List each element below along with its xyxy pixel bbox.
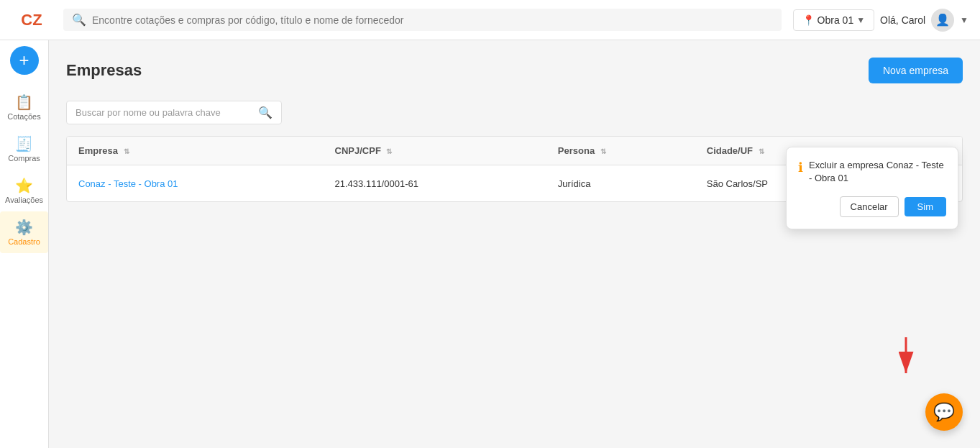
logo-text: CZ xyxy=(21,11,42,29)
search-icon: 🔍 xyxy=(72,13,86,27)
search-input[interactable] xyxy=(92,14,773,26)
pin-icon: 📍 xyxy=(802,14,815,26)
page-header: Empresas Nova empresa xyxy=(66,58,963,83)
cell-cnpj: 21.433.111/0001-61 xyxy=(324,165,546,202)
warning-icon: ℹ xyxy=(798,160,803,175)
sort-icon-empresa: ⇅ xyxy=(124,147,129,155)
chevron-down-icon: ▼ xyxy=(856,15,865,25)
sort-icon-persona: ⇅ xyxy=(600,147,606,155)
add-button[interactable]: + xyxy=(10,46,39,75)
avaliacoes-icon: ⭐ xyxy=(15,177,33,194)
col-empresa[interactable]: Empresa ⇅ xyxy=(67,137,324,165)
logo: CZ xyxy=(12,11,52,29)
chat-bubble[interactable]: 💬 xyxy=(925,393,963,431)
confirm-popup: ℹ Excluir a empresa Conaz - Teste - Obra… xyxy=(786,147,958,229)
sort-icon-cidade: ⇅ xyxy=(759,147,764,155)
cotacoes-icon: 📋 xyxy=(15,93,33,111)
table-search-icon: 🔍 xyxy=(258,106,273,119)
sidebar-item-cadastro[interactable]: ⚙️ Cadastro xyxy=(0,211,48,253)
chevron-down-icon-user: ▼ xyxy=(960,15,968,25)
user-info[interactable]: Olá, Carol 👤 ▼ xyxy=(880,9,968,32)
confirm-popup-text: Excluir a empresa Conaz - Teste - Obra 0… xyxy=(809,159,946,185)
sidebar-item-avaliacoes[interactable]: ⭐ Avaliações xyxy=(0,170,48,211)
sidebar-item-cotacoes[interactable]: 📋 Cotações xyxy=(0,86,48,128)
cell-persona: Jurídica xyxy=(546,165,695,202)
nova-empresa-button[interactable]: Nova empresa xyxy=(869,58,963,83)
sidebar-item-label-avaliacoes: Avaliações xyxy=(5,196,43,204)
search-bar[interactable]: 🔍 xyxy=(63,9,782,31)
navbar: CZ 🔍 📍 Obra 01 ▼ Olá, Carol 👤 ▼ xyxy=(0,0,980,40)
col-persona[interactable]: Persona ⇅ xyxy=(546,137,695,165)
cadastro-icon: ⚙️ xyxy=(15,219,33,236)
obra-selector[interactable]: 📍 Obra 01 ▼ xyxy=(793,9,874,31)
sidebar-item-label-cotacoes: Cotações xyxy=(7,112,40,121)
chat-icon: 💬 xyxy=(933,402,955,422)
page-title: Empresas xyxy=(66,61,142,80)
sidebar: + 📋 Cotações 🧾 Compras ⭐ Avaliações ⚙️ C… xyxy=(0,40,49,448)
sort-icon-cnpj: ⇅ xyxy=(386,147,392,155)
sidebar-item-label-cadastro: Cadastro xyxy=(8,237,40,246)
table-search-input[interactable] xyxy=(75,107,258,118)
col-cnpj[interactable]: CNPJ/CPF ⇅ xyxy=(324,137,546,165)
nav-right: 📍 Obra 01 ▼ Olá, Carol 👤 ▼ xyxy=(793,9,968,32)
confirm-popup-header: ℹ Excluir a empresa Conaz - Teste - Obra… xyxy=(798,159,946,185)
red-arrow-indicator xyxy=(895,337,917,383)
confirm-popup-actions: Cancelar Sim xyxy=(798,196,946,217)
cancel-button[interactable]: Cancelar xyxy=(840,196,899,217)
sidebar-item-compras[interactable]: 🧾 Compras xyxy=(0,128,48,170)
obra-label: Obra 01 xyxy=(818,14,854,26)
user-greeting: Olá, Carol xyxy=(880,14,925,26)
arrow-svg xyxy=(895,337,917,380)
sidebar-item-label-compras: Compras xyxy=(8,154,40,163)
cell-empresa: Conaz - Teste - Obra 01 xyxy=(67,165,324,202)
main-content: Empresas Nova empresa 🔍 Empresa ⇅ CNPJ/C… xyxy=(49,40,980,448)
table-search-bar[interactable]: 🔍 xyxy=(66,101,282,124)
avatar: 👤 xyxy=(931,9,954,32)
compras-icon: 🧾 xyxy=(15,135,33,152)
confirm-button[interactable]: Sim xyxy=(905,197,946,216)
